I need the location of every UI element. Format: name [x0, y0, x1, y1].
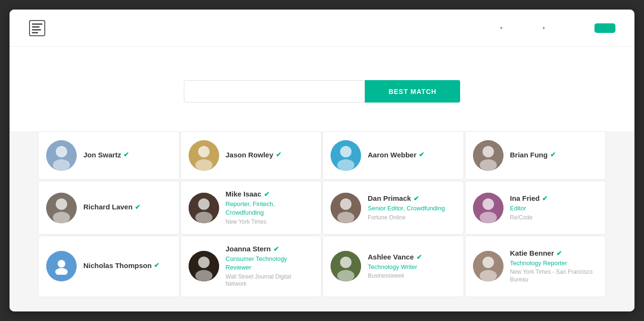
- nav-links: ▾ ▾: [491, 21, 615, 34]
- journalist-name-text: Dan Primack: [368, 194, 411, 202]
- svg-point-27: [483, 198, 494, 210]
- journalist-role: Editor: [510, 204, 598, 213]
- verified-badge: ✔: [264, 190, 270, 198]
- avatar-placeholder: [46, 251, 77, 281]
- avatar-circle: [331, 140, 361, 171]
- journalist-card-brian-fung[interactable]: Brian Fung ✔: [465, 131, 606, 180]
- nav-resources[interactable]: ▾: [533, 21, 553, 34]
- hero-section: BEST MATCH NEWEST MOST RELEVANT: [10, 47, 634, 131]
- sort-select[interactable]: BEST MATCH NEWEST MOST RELEVANT: [365, 80, 460, 103]
- verified-badge: ✔: [416, 253, 422, 261]
- journalist-outlet: Re/Code: [510, 214, 598, 222]
- journalist-name: Jon Swartz ✔: [83, 151, 171, 159]
- journalist-info: Richard Laven ✔: [83, 203, 171, 213]
- journalist-card-dan-primack[interactable]: Dan Primack ✔Senior Editor, Crowdfunding…: [322, 181, 464, 235]
- journalist-name-text: Ina Fried: [510, 194, 540, 202]
- avatar: [46, 140, 77, 171]
- svg-point-15: [483, 146, 494, 157]
- journalist-card-nicholas-thompson[interactable]: Nicholas Thompson ✔: [38, 236, 180, 297]
- journalist-name-text: Jon Swartz: [83, 151, 121, 159]
- logo[interactable]: [29, 20, 50, 37]
- journalist-name-text: Aaron Webber: [368, 151, 416, 159]
- nav-enterprise[interactable]: [556, 24, 572, 32]
- svg-point-16: [480, 159, 497, 171]
- navbar: ▾ ▾: [10, 10, 634, 47]
- journalist-outlet: Wall Street Journal Digital Network: [226, 273, 314, 288]
- avatar: [473, 193, 503, 223]
- avatar-circle: [189, 251, 219, 281]
- journalist-outlet: New York Times: [226, 218, 314, 226]
- journalist-name: Aaron Webber ✔: [368, 151, 456, 159]
- signup-button[interactable]: [594, 23, 615, 33]
- verified-badge: ✔: [550, 151, 556, 158]
- journalist-name-text: Katie Benner: [510, 249, 554, 257]
- journalist-card-mike-isaac[interactable]: Mike Isaac ✔Reporter, Fintech, Crowdfund…: [181, 181, 322, 235]
- browser-window: ▾ ▾ BEST MATCH NEWEST MOST RELEVANT: [10, 10, 634, 311]
- svg-rect-1: [32, 23, 42, 25]
- svg-point-21: [198, 198, 210, 210]
- svg-point-35: [340, 257, 352, 268]
- journalist-card-ashlee-vance[interactable]: Ashlee Vance ✔Technology WriterBusinessw…: [322, 236, 464, 297]
- avatar-circle: [189, 193, 219, 223]
- journalist-info: Aaron Webber ✔: [368, 151, 456, 161]
- login-button[interactable]: [575, 24, 591, 32]
- svg-point-6: [56, 146, 67, 157]
- avatar-circle: [331, 193, 361, 223]
- journalist-card-jason-rowley[interactable]: Jason Rowley ✔: [181, 131, 322, 180]
- avatar: [189, 251, 219, 281]
- svg-point-12: [340, 146, 352, 157]
- journalist-info: Katie Benner ✔Technology ReporterNew Yor…: [510, 249, 598, 283]
- journalist-card-katie-benner[interactable]: Katie Benner ✔Technology ReporterNew Yor…: [465, 236, 606, 297]
- nav-our-work[interactable]: ▾: [491, 21, 510, 34]
- journalist-info: Jason Rowley ✔: [226, 151, 314, 161]
- verified-badge: ✔: [556, 249, 562, 257]
- journalist-name-text: Nicholas Thompson: [83, 261, 151, 269]
- avatar-circle: [473, 251, 503, 281]
- svg-point-30: [55, 268, 68, 275]
- avatar-circle: [189, 140, 219, 171]
- svg-point-28: [480, 212, 497, 223]
- journalist-card-jon-swartz[interactable]: Jon Swartz ✔: [38, 131, 180, 180]
- verified-badge: ✔: [135, 203, 141, 211]
- svg-point-33: [195, 270, 212, 281]
- journalist-name: Mike Isaac ✔: [226, 190, 314, 198]
- avatar: [473, 140, 503, 171]
- verified-badge: ✔: [273, 245, 279, 253]
- nav-pricing[interactable]: [514, 24, 529, 32]
- svg-point-19: [53, 212, 70, 223]
- journalist-outlet: Fortune Online: [368, 214, 456, 222]
- journalist-name-text: Ashlee Vance: [368, 253, 414, 261]
- verified-badge: ✔: [413, 195, 419, 202]
- svg-rect-0: [30, 21, 45, 36]
- journalist-card-joanna-stern[interactable]: Joanna Stern ✔Consumer Technology Review…: [181, 236, 322, 297]
- journalist-name: Brian Fung ✔: [510, 151, 598, 159]
- journalist-card-ina-fried[interactable]: Ina Fried ✔EditorRe/Code: [465, 181, 606, 235]
- journalist-outlet: Businessweek: [368, 272, 456, 280]
- svg-point-9: [198, 146, 210, 157]
- journalist-info: Ina Fried ✔EditorRe/Code: [510, 194, 598, 221]
- search-input[interactable]: [184, 80, 365, 103]
- journalist-info: Mike Isaac ✔Reporter, Fintech, Crowdfund…: [226, 190, 314, 226]
- avatar: [46, 193, 77, 223]
- journalist-name: Katie Benner ✔: [510, 249, 598, 257]
- avatar-circle: [473, 140, 503, 171]
- verified-badge: ✔: [419, 151, 424, 158]
- journalist-info: Jon Swartz ✔: [83, 151, 171, 161]
- svg-point-38: [483, 257, 494, 268]
- avatar: [189, 140, 219, 171]
- journalist-grid: Jon Swartz ✔ Jason Rowley ✔ Aaron Webber…: [10, 131, 634, 311]
- verified-badge: ✔: [123, 151, 129, 158]
- chevron-down-icon: ▾: [543, 25, 545, 31]
- svg-point-18: [56, 198, 67, 210]
- journalist-name: Nicholas Thompson ✔: [83, 261, 171, 269]
- journalist-role: Technology Writer: [368, 263, 456, 271]
- svg-point-32: [198, 257, 210, 268]
- avatar-circle: [46, 140, 77, 171]
- svg-point-10: [195, 159, 212, 171]
- journalist-card-aaron-webber[interactable]: Aaron Webber ✔: [322, 131, 464, 180]
- journalist-card-richard-laven[interactable]: Richard Laven ✔: [38, 181, 180, 235]
- journalist-name: Ashlee Vance ✔: [368, 253, 456, 261]
- svg-rect-3: [32, 29, 41, 31]
- avatar: [46, 251, 77, 281]
- journalist-outlet: New York Times - San Francisco Bureau: [510, 269, 598, 283]
